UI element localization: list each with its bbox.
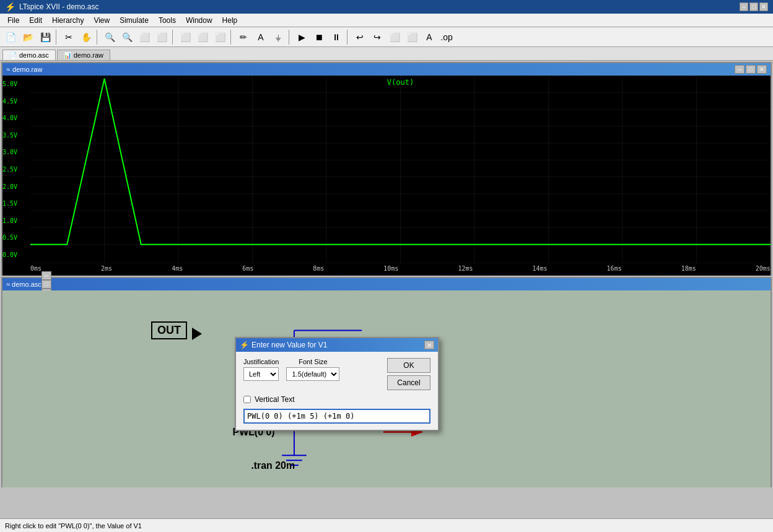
redo-button[interactable]: ↪ (369, 29, 385, 45)
save-button[interactable]: 💾 (37, 29, 53, 45)
raw-icon: 📊 (64, 52, 71, 59)
dialog-close-button[interactable]: ✕ (424, 341, 434, 349)
hand-button[interactable]: ✋ (78, 29, 94, 45)
op-button[interactable]: .op (439, 29, 455, 45)
zoom-area-button[interactable]: ⬜ (154, 29, 170, 45)
inductor-button[interactable]: ⬜ (212, 29, 228, 45)
status-bar: Right click to edit "PWL(0 0)", the Valu… (0, 518, 773, 532)
x-label-10ms: 10ms (383, 265, 398, 272)
dialog-icon: ⚡ (240, 341, 249, 349)
waveform-title: ≈ demo.raw (6, 66, 735, 73)
y-label-25v: 2.5V (2, 166, 30, 173)
undo-button[interactable]: ↩ (352, 29, 368, 45)
menu-help[interactable]: Help (217, 15, 243, 26)
toolbar: 📄 📂 💾 ✂ ✋ 🔍 🔍 ⬜ ⬜ ⬜ ⬜ ⬜ ✏ A ⏚ ▶ ⏹ ⏸ ↩ ↪ … (0, 27, 773, 47)
toolbar-sep-5 (289, 30, 291, 45)
menu-file[interactable]: File (2, 15, 24, 26)
toolbar-sep-4 (230, 30, 233, 45)
app-icon: ⚡ (5, 2, 15, 12)
cut-button[interactable]: ✂ (61, 29, 77, 45)
tab-demo-raw[interactable]: 📊 demo.raw (57, 50, 110, 60)
minimize-button[interactable]: ─ (740, 2, 748, 11)
wave-icon: ≈ (6, 66, 10, 73)
waveform-titlebar: ≈ demo.raw ─ □ ✕ (2, 63, 771, 76)
waveform-win-buttons: ─ □ ✕ (735, 65, 767, 74)
tab-bar: 📄 demo.asc 📊 demo.raw (0, 47, 773, 61)
y-label-5v: 5.0V (2, 81, 30, 87)
font-size-field: Font Size 1.5(default) (286, 358, 339, 390)
capacitor-button[interactable]: ⬜ (194, 29, 211, 45)
dialog-body: Justification Left Font Size 1.5(default… (236, 352, 438, 430)
toolbar-sep-3 (172, 30, 175, 45)
ok-button[interactable]: OK (387, 358, 430, 373)
waveform-minimize-button[interactable]: ─ (735, 65, 745, 74)
tab-demo-asc[interactable]: 📄 demo.asc (2, 50, 56, 60)
y-label-1v: 1.0V (2, 217, 30, 224)
justification-select[interactable]: Left (243, 367, 279, 381)
value-dialog: ⚡ Enter new Value for V1 ✕ Justification… (235, 337, 439, 431)
tab-asc-label: demo.asc (19, 51, 49, 59)
wire-button[interactable]: ✏ (235, 29, 251, 45)
menu-edit[interactable]: Edit (24, 15, 47, 26)
vertical-text-checkbox[interactable] (243, 396, 251, 403)
x-label-8ms: 8ms (313, 265, 324, 272)
vertical-text-row: Vertical Text (243, 395, 430, 404)
dialog-overlay: ⚡ Enter new Value for V1 ✕ Justification… (2, 278, 771, 486)
x-label-4ms: 4ms (172, 265, 183, 272)
dialog-titlebar: ⚡ Enter new Value for V1 ✕ (236, 338, 438, 352)
justification-label: Justification (243, 358, 279, 365)
y-label-15v: 1.5V (2, 200, 30, 207)
zoom-fit-button[interactable]: ⬜ (136, 29, 152, 45)
menu-window[interactable]: Window (181, 15, 217, 26)
zoom-in-button[interactable]: 🔍 (102, 29, 118, 45)
justification-field: Justification Left (243, 358, 279, 390)
waveform-close-button[interactable]: ✕ (757, 65, 767, 74)
toolbar-sep-2 (97, 30, 99, 45)
x-label-2ms: 2ms (101, 265, 112, 272)
plot-title-text: V(out) (387, 78, 414, 87)
asc-icon: 📄 (9, 52, 17, 59)
font-size-label: Font Size (286, 358, 339, 365)
window-controls: ─ □ ✕ (740, 2, 768, 11)
plot-area: 5.0V 4.5V 4.0V 3.5V 3.0V 2.5V 2.0V 1.5V … (2, 76, 771, 276)
text-button[interactable]: A (421, 29, 437, 45)
x-label-0ms: 0ms (30, 265, 41, 272)
x-label-20ms: 20ms (756, 265, 771, 272)
toolbar-sep-6 (347, 30, 349, 45)
menu-tools[interactable]: Tools (154, 15, 181, 26)
dialog-title-content: ⚡ Enter new Value for V1 (240, 341, 424, 349)
toolbar-sep-1 (56, 30, 58, 45)
resistor-button[interactable]: ⬜ (177, 29, 193, 45)
maximize-button[interactable]: □ (749, 2, 758, 11)
y-label-3v: 3.0V (2, 149, 30, 155)
copy-button[interactable]: ⬜ (386, 29, 403, 45)
menu-hierarchy[interactable]: Hierarchy (47, 15, 89, 26)
value-input[interactable] (243, 409, 430, 424)
menu-simulate[interactable]: Simulate (115, 15, 154, 26)
x-label-18ms: 18ms (681, 265, 696, 272)
vertical-text-label: Vertical Text (255, 395, 294, 404)
ground-button[interactable]: ⏚ (270, 29, 286, 45)
menu-view[interactable]: View (89, 15, 115, 26)
paste-button[interactable]: ⬜ (404, 29, 420, 45)
y-label-05v: 0.5V (2, 234, 30, 241)
waveform-svg: V(out) (30, 76, 771, 263)
dialog-title-text: Enter new Value for V1 (251, 341, 328, 349)
waveform-window: ≈ demo.raw ─ □ ✕ 5.0V 4.5V 4.0V 3.5V 3.0… (1, 62, 772, 276)
cancel-button[interactable]: Cancel (387, 375, 430, 390)
pause-button[interactable]: ⏸ (328, 29, 344, 45)
waveform-maximize-button[interactable]: □ (746, 65, 756, 74)
label-button[interactable]: A (253, 29, 269, 45)
open-button[interactable]: 📂 (20, 29, 36, 45)
y-label-35v: 3.5V (2, 132, 30, 139)
y-label-45v: 4.5V (2, 98, 30, 105)
dialog-fields-row: Justification Left Font Size 1.5(default… (243, 358, 430, 390)
run-button[interactable]: ▶ (294, 29, 310, 45)
new-button[interactable]: 📄 (2, 29, 19, 45)
stop-button[interactable]: ⏹ (311, 29, 327, 45)
zoom-out-button[interactable]: 🔍 (119, 29, 135, 45)
close-button[interactable]: ✕ (759, 2, 768, 11)
schematic-window: ≈ demo.asc ─ □ ✕ OUT + (1, 277, 772, 487)
font-size-select[interactable]: 1.5(default) (286, 367, 339, 381)
status-text: Right click to edit "PWL(0 0)", the Valu… (5, 522, 142, 530)
